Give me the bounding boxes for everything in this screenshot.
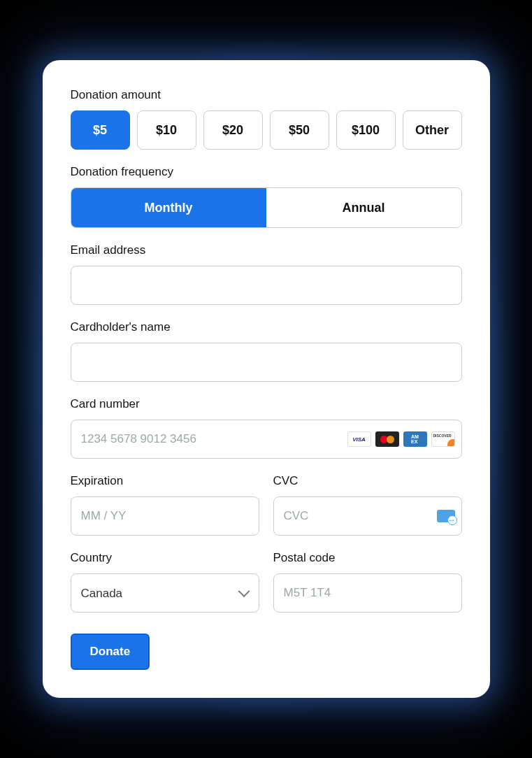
card-number-section: Card number VISA AMEX DISCOVER xyxy=(71,397,462,459)
amount-option-other[interactable]: Other xyxy=(403,110,462,150)
donate-button[interactable]: Donate xyxy=(71,634,150,670)
cvc-label: CVC xyxy=(273,474,462,488)
expiration-label: Expiration xyxy=(71,474,259,488)
postal-section: Postal code xyxy=(273,551,462,613)
email-label: Email address xyxy=(71,243,462,257)
cardholder-label: Cardholder's name xyxy=(71,320,462,334)
donation-form: Donation amount $5 $10 $20 $50 $100 Othe… xyxy=(43,60,490,698)
postal-label: Postal code xyxy=(273,551,462,565)
amount-option-20[interactable]: $20 xyxy=(203,110,263,150)
country-label: Country xyxy=(71,551,259,565)
visa-icon: VISA xyxy=(347,431,371,447)
email-field[interactable] xyxy=(71,266,462,305)
amount-option-100[interactable]: $100 xyxy=(336,110,396,150)
cvc-field[interactable] xyxy=(273,496,462,536)
mastercard-icon xyxy=(375,431,399,447)
card-number-label: Card number xyxy=(71,397,462,411)
cvc-hint-icon xyxy=(437,510,455,522)
cardholder-field[interactable] xyxy=(71,343,462,382)
frequency-option-annual[interactable]: Annual xyxy=(266,188,461,227)
expiration-field[interactable] xyxy=(71,496,259,536)
cvc-section: CVC xyxy=(273,474,462,536)
donation-amount-section: Donation amount $5 $10 $20 $50 $100 Othe… xyxy=(71,88,462,150)
postal-field[interactable] xyxy=(273,573,462,613)
country-select[interactable]: Canada xyxy=(71,573,259,613)
donation-frequency-options: Monthly Annual xyxy=(71,187,462,228)
donation-frequency-label: Donation frequency xyxy=(71,165,462,179)
donation-amount-label: Donation amount xyxy=(71,88,462,102)
card-brand-icons: VISA AMEX DISCOVER xyxy=(347,431,455,447)
cardholder-section: Cardholder's name xyxy=(71,320,462,382)
amount-option-10[interactable]: $10 xyxy=(137,110,196,150)
amount-option-50[interactable]: $50 xyxy=(270,110,329,150)
amount-option-5[interactable]: $5 xyxy=(71,110,130,150)
donation-amount-options: $5 $10 $20 $50 $100 Other xyxy=(71,110,462,150)
email-section: Email address xyxy=(71,243,462,305)
amex-icon: AMEX xyxy=(403,431,427,447)
donation-frequency-section: Donation frequency Monthly Annual xyxy=(71,165,462,228)
expiration-section: Expiration xyxy=(71,474,259,536)
discover-icon: DISCOVER xyxy=(431,431,455,447)
frequency-option-monthly[interactable]: Monthly xyxy=(71,188,266,227)
country-section: Country Canada xyxy=(71,551,259,613)
